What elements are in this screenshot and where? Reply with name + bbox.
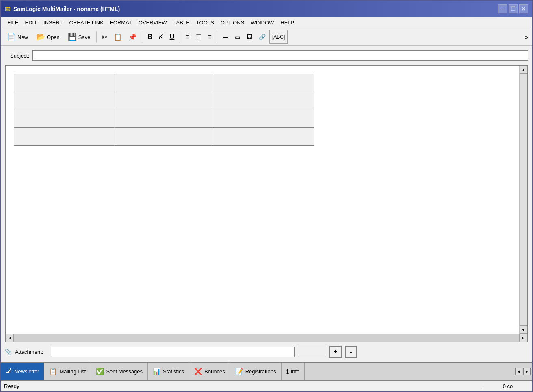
scroll-track-horizontal[interactable] xyxy=(14,334,519,342)
scroll-up-arrow[interactable]: ▲ xyxy=(520,66,528,74)
statistics-tab-icon: 📊 xyxy=(153,368,161,375)
open-icon: 📂 xyxy=(36,32,45,41)
registrations-tab-icon: 📝 xyxy=(235,368,243,375)
tab-info[interactable]: ℹ Info xyxy=(282,363,305,380)
menu-tools[interactable]: TOOLS xyxy=(193,19,217,26)
menu-options[interactable]: OPTIONS xyxy=(217,19,248,26)
editor-table xyxy=(14,74,314,146)
menu-window[interactable]: WINDOW xyxy=(247,19,277,26)
bounces-tab-icon: ❌ xyxy=(194,368,202,375)
info-tab-label: Info xyxy=(291,368,300,375)
menu-file[interactable]: FILE xyxy=(4,19,22,26)
editor-content[interactable] xyxy=(6,66,519,334)
menu-help[interactable]: HELP xyxy=(277,19,297,26)
subject-label: Subject: xyxy=(5,53,29,59)
toolbar-right: » xyxy=(523,33,530,41)
attachment-label: Attachment: xyxy=(15,349,48,355)
info-tab-icon: ℹ xyxy=(286,368,289,375)
box-button[interactable]: ▭ xyxy=(232,30,243,44)
table-cell[interactable] xyxy=(14,92,114,110)
table-cell[interactable] xyxy=(114,128,214,146)
tab-mailing-list[interactable]: 📋 Mailing List xyxy=(44,363,91,380)
align-center-button[interactable]: ☰ xyxy=(193,30,204,44)
attachment-add-button[interactable]: + xyxy=(329,346,342,358)
restore-button[interactable]: ❐ xyxy=(509,4,518,13)
bounces-tab-label: Bounces xyxy=(204,368,225,375)
table-cell[interactable] xyxy=(214,74,314,92)
align-right-button[interactable]: ≡ xyxy=(205,30,214,44)
mailing-list-tab-icon: 📋 xyxy=(49,368,57,375)
table-cell[interactable] xyxy=(14,128,114,146)
toolbar-separator-4 xyxy=(217,31,217,43)
scroll-right-arrow[interactable]: ► xyxy=(519,334,527,342)
table-cell[interactable] xyxy=(214,110,314,128)
tab-newsletter[interactable]: 🗞 Newsletter xyxy=(1,363,44,380)
table-cell[interactable] xyxy=(14,74,114,92)
table-row xyxy=(14,128,314,146)
hr-button[interactable]: — xyxy=(220,30,231,44)
sent-messages-tab-label: Sent Messages xyxy=(106,368,143,375)
minimize-button[interactable]: ─ xyxy=(498,4,507,13)
expand-icon[interactable]: » xyxy=(523,33,530,41)
table-cell[interactable] xyxy=(214,128,314,146)
save-button[interactable]: 💾 Save xyxy=(64,30,94,44)
menu-insert[interactable]: INSERT xyxy=(40,19,66,26)
menu-create-link[interactable]: CREATE LINK xyxy=(66,19,107,26)
app-icon: ✉ xyxy=(5,5,10,13)
abc-button[interactable]: [ABC] xyxy=(269,30,288,44)
italic-button[interactable]: K xyxy=(156,30,166,44)
hyperlink-button[interactable]: 🔗 xyxy=(256,30,269,44)
bottom-tabs: 🗞 Newsletter 📋 Mailing List ✅ Sent Messa… xyxy=(1,362,532,380)
table-cell[interactable] xyxy=(114,92,214,110)
tab-sent-messages[interactable]: ✅ Sent Messages xyxy=(91,363,148,380)
sent-messages-tab-icon: ✅ xyxy=(96,368,104,375)
newsletter-tab-label: Newsletter xyxy=(14,368,39,375)
menu-format[interactable]: FORMAT xyxy=(107,19,135,26)
close-button[interactable]: ✕ xyxy=(519,4,528,13)
align-left-button[interactable]: ≡ xyxy=(182,30,192,44)
new-icon: 📄 xyxy=(7,32,16,41)
menu-table[interactable]: TABLE xyxy=(170,19,193,26)
open-label: Open xyxy=(47,34,60,40)
underline-button[interactable]: U xyxy=(167,30,178,44)
bold-button[interactable]: B xyxy=(145,30,155,44)
open-button[interactable]: 📂 Open xyxy=(32,30,63,44)
image-button[interactable]: 🖼 xyxy=(244,30,255,44)
menu-overview[interactable]: OVERVIEW xyxy=(135,19,170,26)
attachment-browse-button[interactable] xyxy=(298,347,326,357)
window-title: SamLogic MultiMailer - noname (HTML) xyxy=(13,6,120,12)
title-bar-left: ✉ SamLogic MultiMailer - noname (HTML) xyxy=(5,5,120,13)
mailing-list-tab-label: Mailing List xyxy=(59,368,86,375)
scroll-down-arrow[interactable]: ▼ xyxy=(520,325,528,334)
attachment-remove-button[interactable]: - xyxy=(345,346,357,358)
paste-button[interactable]: 📌 xyxy=(126,30,139,44)
toolbar-separator-1 xyxy=(96,31,97,43)
table-cell[interactable] xyxy=(114,74,214,92)
attachment-input[interactable] xyxy=(51,347,295,357)
scroll-left-arrow[interactable]: ◄ xyxy=(6,334,14,342)
tab-prev-button[interactable]: ◄ xyxy=(515,368,522,375)
new-button[interactable]: 📄 New xyxy=(3,30,32,44)
editor-scroll-area: ▲ ▼ xyxy=(6,66,527,334)
horizontal-scrollbar: ◄ ► xyxy=(6,334,527,342)
toolbar-separator-3 xyxy=(180,31,180,43)
vertical-scrollbar: ▲ ▼ xyxy=(519,66,527,334)
subject-input[interactable] xyxy=(32,50,528,61)
tab-navigation: ◄ ► xyxy=(515,368,532,375)
tab-bounces[interactable]: ❌ Bounces xyxy=(189,363,230,380)
copy-button[interactable]: 📋 xyxy=(111,30,125,44)
table-cell[interactable] xyxy=(114,110,214,128)
tab-statistics[interactable]: 📊 Statistics xyxy=(148,363,189,380)
tab-registrations[interactable]: 📝 Registrations xyxy=(230,363,282,380)
newsletter-tab-icon: 🗞 xyxy=(6,368,12,375)
table-row xyxy=(14,74,314,92)
menu-bar: FILE EDIT INSERT CREATE LINK FORMAT OVER… xyxy=(1,17,532,28)
menu-edit[interactable]: EDIT xyxy=(22,19,40,26)
table-cell[interactable] xyxy=(214,92,314,110)
table-cell[interactable] xyxy=(14,110,114,128)
attachment-icon: 📎 xyxy=(5,349,12,355)
editor-area: ▲ ▼ ◄ ► xyxy=(5,65,528,342)
cut-button[interactable]: ✂ xyxy=(99,30,110,44)
statistics-tab-label: Statistics xyxy=(163,368,184,375)
tab-next-button[interactable]: ► xyxy=(523,368,531,375)
